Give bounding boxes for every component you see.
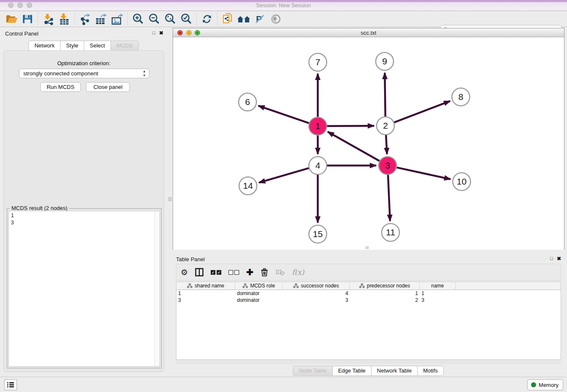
tab-motifs[interactable]: Motifs bbox=[417, 366, 444, 376]
canvas-splitter-handle[interactable] bbox=[366, 246, 369, 249]
column-header-predecessor_nodes[interactable]: predecessor nodes bbox=[350, 282, 420, 290]
delete-column-icon[interactable] bbox=[261, 266, 268, 279]
table-toolbar: ⚙ ✓✓ ✓✓ ✚ f(x) bbox=[176, 264, 561, 281]
graph-node-label-7: 7 bbox=[315, 57, 320, 67]
network-window-titlebar[interactable]: ✕ – + scc.txt bbox=[173, 28, 564, 37]
graph-edge-2-3[interactable] bbox=[386, 135, 387, 154]
delete-table-icon bbox=[275, 266, 285, 279]
export-table-icon[interactable] bbox=[93, 12, 109, 26]
function-builder-icon: f(x) bbox=[292, 266, 304, 279]
table-cell-mcds_role[interactable]: dominator bbox=[235, 297, 283, 304]
table-bottom-strip bbox=[176, 360, 561, 364]
table-cell-shared_name[interactable]: 1 bbox=[176, 290, 235, 297]
column-header-mcds_role[interactable]: MCDS role bbox=[235, 282, 283, 290]
table-cell-predecessor_nodes[interactable]: 2 bbox=[350, 297, 420, 304]
control-panel-tabs: NetworkStyleSelectMCDS bbox=[0, 41, 168, 51]
graph-node-label-1: 1 bbox=[315, 121, 320, 131]
horizontal-splitter[interactable] bbox=[173, 250, 564, 253]
column-selector-icon[interactable] bbox=[195, 266, 204, 279]
graph-edge-3-11[interactable] bbox=[388, 175, 390, 221]
close-panel-icon[interactable]: ✖ bbox=[159, 30, 163, 36]
tab-node-table[interactable]: Node Table bbox=[293, 366, 333, 376]
result-scrollbar[interactable] bbox=[154, 211, 160, 366]
annotation-mode-icon[interactable]: P bbox=[252, 12, 268, 26]
home-icon[interactable] bbox=[236, 12, 252, 26]
table-cell-mcds_role[interactable]: dominator bbox=[235, 290, 283, 297]
network-canvas[interactable]: 7968124314101511 bbox=[173, 38, 564, 250]
graph-node-label-6: 6 bbox=[245, 97, 250, 107]
graph-edge-1-2[interactable] bbox=[327, 126, 374, 126]
float-panel-icon[interactable]: □ bbox=[550, 256, 553, 262]
network-window-title: scc.txt bbox=[173, 30, 564, 36]
table-cell-successor_nodes[interactable]: 3 bbox=[283, 297, 350, 304]
add-column-icon[interactable]: ✚ bbox=[246, 266, 253, 279]
refresh-icon[interactable] bbox=[199, 12, 215, 26]
zoom-in-icon[interactable] bbox=[130, 12, 146, 26]
tab-edge-table[interactable]: Edge Table bbox=[332, 366, 372, 376]
tab-style[interactable]: Style bbox=[60, 41, 84, 51]
run-mcds-button[interactable]: Run MCDS bbox=[40, 82, 81, 92]
graph-node-label-4: 4 bbox=[315, 160, 320, 170]
graph-edge-3-1[interactable] bbox=[328, 132, 380, 161]
graph-node-label-2: 2 bbox=[383, 121, 388, 130]
network-view-window: ✕ – + scc.txt 7968124314101511 bbox=[173, 28, 564, 250]
float-panel-icon[interactable]: □ bbox=[152, 30, 155, 36]
graph-edge-1-6[interactable] bbox=[259, 106, 309, 123]
table-row[interactable]: 1dominator411 bbox=[176, 290, 561, 297]
column-header-label: MCDS role bbox=[250, 283, 275, 289]
dropdown-stepper-icon: ▲▼ bbox=[143, 69, 146, 78]
tab-mcds[interactable]: MCDS bbox=[110, 41, 138, 51]
graph-edge-4-14[interactable] bbox=[259, 168, 309, 182]
table-cell-shared_name[interactable]: 3 bbox=[176, 297, 235, 304]
graph-edge-3-10[interactable] bbox=[396, 168, 450, 179]
zoom-fit-icon[interactable] bbox=[162, 12, 178, 26]
mcds-result-text[interactable]: 13 bbox=[8, 211, 160, 367]
node-table[interactable]: shared nameMCDS rolesuccessor nodesprede… bbox=[176, 282, 561, 360]
close-panel-button[interactable]: Close panel bbox=[86, 82, 130, 92]
export-image-icon[interactable] bbox=[109, 12, 125, 26]
table-cell-successor_nodes[interactable]: 4 bbox=[283, 290, 350, 297]
zoom-selected-icon[interactable] bbox=[178, 12, 194, 26]
toolbar-separator bbox=[74, 13, 75, 25]
memory-button[interactable]: Memory bbox=[527, 379, 563, 390]
list-icon bbox=[7, 382, 14, 388]
table-panel-title: Table Panel bbox=[176, 256, 205, 262]
table-cell-predecessor_nodes[interactable]: 1 bbox=[350, 290, 420, 297]
toolbar-separator bbox=[217, 13, 217, 25]
column-header-label: shared name bbox=[195, 283, 224, 289]
vertical-splitter-handle[interactable] bbox=[168, 197, 171, 201]
table-row[interactable]: 3dominator323 bbox=[176, 297, 561, 304]
zoom-out-icon[interactable] bbox=[146, 12, 162, 26]
table-tabs: Node TableEdge TableNetwork TableMotifs bbox=[173, 366, 564, 376]
select-all-icon[interactable]: ✓✓ bbox=[211, 266, 221, 279]
column-header-name[interactable]: name bbox=[420, 282, 456, 290]
tab-network[interactable]: Network bbox=[28, 41, 61, 51]
window-titlebar: Session: New Session bbox=[0, 0, 567, 11]
open-file-icon[interactable] bbox=[3, 12, 19, 26]
optimization-criterion-dropdown[interactable]: strongly connected component ▲▼ bbox=[19, 69, 149, 78]
clone-network-icon[interactable] bbox=[220, 12, 236, 26]
graph-node-label-15: 15 bbox=[313, 229, 322, 239]
import-network-icon[interactable] bbox=[40, 12, 56, 26]
table-cell-name[interactable]: 3 bbox=[420, 297, 456, 304]
eye-icon[interactable] bbox=[268, 12, 284, 26]
gear-icon[interactable]: ⚙ bbox=[181, 266, 188, 279]
graph-edge-2-8[interactable] bbox=[394, 101, 450, 123]
graph-edge-2-9[interactable] bbox=[385, 73, 385, 116]
column-header-shared_name[interactable]: shared name bbox=[176, 282, 235, 290]
column-header-successor_nodes[interactable]: successor nodes bbox=[283, 282, 350, 290]
table-cell-name[interactable]: 1 bbox=[420, 290, 456, 297]
task-history-button[interactable] bbox=[4, 379, 17, 390]
close-panel-icon[interactable]: ✖ bbox=[557, 256, 561, 262]
mcds-result-group: MCDS result (2 nodes) 13 bbox=[7, 208, 162, 368]
result-line: 1 bbox=[11, 212, 160, 219]
tab-network-table[interactable]: Network Table bbox=[371, 366, 418, 376]
network-graph[interactable]: 7968124314101511 bbox=[173, 38, 564, 250]
control-panel-title: Control Panel bbox=[5, 30, 39, 37]
save-session-icon[interactable] bbox=[19, 12, 36, 26]
column-type-icon bbox=[187, 283, 193, 288]
tab-select[interactable]: Select bbox=[84, 41, 111, 51]
export-network-icon[interactable] bbox=[77, 12, 93, 26]
deselect-all-icon[interactable]: ✓✓ bbox=[228, 266, 239, 279]
import-table-icon[interactable] bbox=[56, 12, 72, 26]
